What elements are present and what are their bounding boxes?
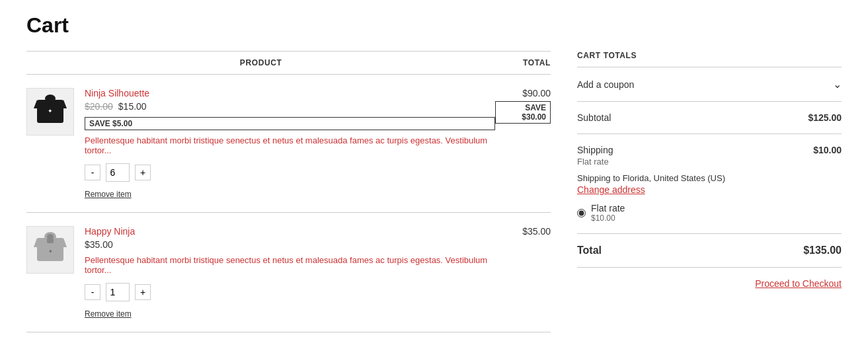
quantity-increase-button[interactable]: + bbox=[135, 165, 151, 180]
svg-rect-10 bbox=[47, 238, 54, 243]
proceed-to-checkout-link[interactable]: Proceed to Checkout bbox=[755, 278, 842, 289]
item-total-cell: $35.00 bbox=[495, 213, 551, 332]
total-column-header: TOTAL bbox=[495, 52, 551, 75]
product-name-link[interactable]: Happy Ninja bbox=[85, 226, 495, 237]
cart-totals-title: CART TOTALS bbox=[577, 51, 842, 67]
original-price: $20.00 bbox=[85, 101, 113, 112]
chevron-down-icon: ⌄ bbox=[833, 78, 842, 91]
table-row: ✦ Ninja Silhouette $20.00 $15.00 SAVE $5… bbox=[26, 75, 551, 213]
table-row: ✦ Happy Ninja $35.00 Pellentesque habita… bbox=[26, 213, 551, 332]
quantity-increase-button[interactable]: + bbox=[135, 284, 151, 300]
total-value: $135.00 bbox=[803, 245, 842, 256]
product-cell: ✦ Ninja Silhouette $20.00 $15.00 SAVE $5… bbox=[26, 88, 495, 199]
sale-price: $15.00 bbox=[118, 101, 147, 112]
radio-option-price: $10.00 bbox=[591, 213, 625, 223]
shipping-row: Shipping Flat rate Shipping to Florida, … bbox=[577, 134, 842, 234]
subtotal-label: Subtotal bbox=[577, 112, 611, 123]
flat-rate-label: Flat rate bbox=[577, 157, 725, 167]
shipping-label: Shipping bbox=[577, 145, 725, 155]
radio-option-name: Flat rate bbox=[591, 203, 625, 213]
shipping-details: Shipping Flat rate Shipping to Florida, … bbox=[577, 145, 725, 223]
product-description: Pellentesque habitant morbi tristique se… bbox=[85, 135, 495, 155]
item-total-cell: $90.00 SAVE $30.00 bbox=[495, 75, 551, 213]
product-cell: ✦ Happy Ninja $35.00 Pellentesque habita… bbox=[26, 226, 495, 319]
product-column-header: PRODUCT bbox=[26, 52, 495, 75]
page-title: Cart bbox=[26, 13, 842, 38]
quantity-input[interactable] bbox=[106, 283, 130, 301]
quantity-control: - + bbox=[85, 283, 495, 301]
item-total-value: $90.00 bbox=[495, 88, 551, 98]
svg-point-3 bbox=[45, 95, 56, 102]
product-details: Ninja Silhouette $20.00 $15.00 SAVE $5.0… bbox=[85, 88, 495, 199]
save-badge-below: SAVE $5.00 bbox=[85, 117, 495, 130]
cart-table: PRODUCT TOTAL bbox=[26, 51, 551, 332]
item-total-value: $35.00 bbox=[495, 226, 551, 237]
product-name-link[interactable]: Ninja Silhouette bbox=[85, 88, 495, 98]
cart-sidebar: CART TOTALS Add a coupon ⌄ Subtotal $125… bbox=[577, 51, 842, 332]
product-details: Happy Ninja $35.00 Pellentesque habitant… bbox=[85, 226, 495, 319]
flat-rate-radio[interactable] bbox=[577, 209, 586, 217]
checkout-row: Proceed to Checkout bbox=[577, 268, 842, 289]
cart-main: PRODUCT TOTAL bbox=[26, 51, 551, 332]
remove-item-link[interactable]: Remove item bbox=[85, 309, 495, 319]
product-thumbnail: ✦ bbox=[26, 226, 74, 274]
svg-text:✦: ✦ bbox=[48, 108, 53, 114]
subtotal-row: Subtotal $125.00 bbox=[577, 102, 842, 134]
quantity-decrease-button[interactable]: - bbox=[85, 284, 100, 300]
quantity-control: - + bbox=[85, 163, 495, 182]
total-label: Total bbox=[577, 245, 602, 256]
shipping-value: $10.00 bbox=[813, 145, 842, 155]
svg-text:✦: ✦ bbox=[48, 249, 53, 254]
total-row: Total $135.00 bbox=[577, 234, 842, 268]
coupon-row[interactable]: Add a coupon ⌄ bbox=[577, 67, 842, 102]
sale-price: $35.00 bbox=[85, 239, 113, 250]
quantity-decrease-button[interactable]: - bbox=[85, 165, 100, 180]
product-thumbnail: ✦ bbox=[26, 88, 74, 135]
shipping-to-text: Shipping to Florida, United States (US) bbox=[577, 173, 725, 183]
change-address-link[interactable]: Change address bbox=[577, 184, 725, 195]
quantity-input[interactable] bbox=[106, 163, 130, 182]
flat-rate-option: Flat rate $10.00 bbox=[577, 203, 725, 223]
save-badge-right: SAVE $30.00 bbox=[495, 101, 551, 124]
coupon-label: Add a coupon bbox=[577, 79, 634, 90]
product-description: Pellentesque habitant morbi tristique se… bbox=[85, 255, 495, 275]
subtotal-value: $125.00 bbox=[808, 112, 842, 123]
remove-item-link[interactable]: Remove item bbox=[85, 190, 495, 199]
